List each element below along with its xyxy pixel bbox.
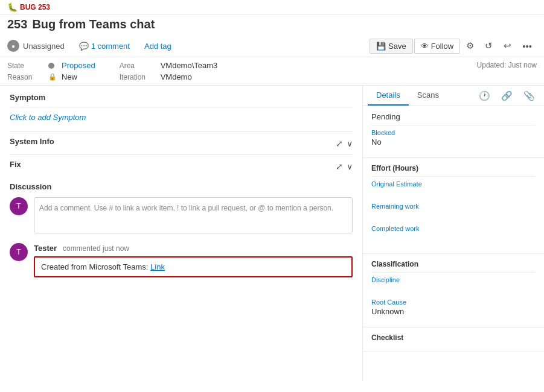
refresh-button[interactable]: ↺ <box>480 37 498 54</box>
undo-button[interactable]: ↩ <box>499 37 516 54</box>
checklist-section: Checklist <box>363 327 544 352</box>
root-cause-field: Root Cause Unknown <box>371 299 536 316</box>
comment-input[interactable]: Add a comment. Use # to link a work item… <box>34 197 353 233</box>
state-label: State <box>7 62 43 70</box>
discipline-value[interactable] <box>371 285 536 294</box>
commenter-avatar: T <box>10 243 28 261</box>
area-field-group: Area VMdemo\Team3 Iteration VMdemo <box>120 61 218 81</box>
left-panel: Symptom Click to add Symptom System Info… <box>0 86 363 381</box>
completed-work-label: Completed work <box>371 225 536 232</box>
system-info-icons: ⤢ ∨ <box>336 139 353 148</box>
work-item-id: 253 <box>7 17 27 31</box>
discussion-title: Discussion <box>10 182 353 191</box>
right-panel: Details Scans 🕐 🔗 📎 Pending Blocked No E… <box>363 86 544 381</box>
avatar: ● <box>7 40 19 52</box>
pending-label: Pending <box>371 112 536 121</box>
comment-text: Created from Microsoft Teams: <box>41 262 150 271</box>
symptom-placeholder[interactable]: Click to add Symptom <box>10 113 86 122</box>
fields-bar: State Proposed Reason 🔒 New Area VMdemo\… <box>0 57 544 86</box>
effort-title: Effort (Hours) <box>371 164 536 172</box>
symptom-section: Symptom Click to add Symptom <box>10 93 353 122</box>
updated-text: Updated: Just now <box>477 61 537 69</box>
system-info-section[interactable]: System Info ⤢ ∨ <box>10 131 353 154</box>
toolbar-right: 💾 Save 👁 Follow ⚙ ↺ ↩ ••• <box>370 37 537 54</box>
discussion-section: Discussion T Add a comment. Use # to lin… <box>10 182 353 277</box>
state-field-group: State Proposed Reason 🔒 New <box>7 61 95 81</box>
bug-label: 🐛 BUG 253 <box>7 2 50 12</box>
add-tag-link[interactable]: Add tag <box>144 42 171 51</box>
chevron-down-icon: ∨ <box>347 139 353 148</box>
bug-icon: 🐛 <box>7 2 18 12</box>
effort-section: Effort (Hours) Original Estimate Remaini… <box>363 158 544 254</box>
iteration-row: Iteration VMdemo <box>120 72 218 81</box>
area-label: Area <box>120 62 156 70</box>
checklist-title: Checklist <box>371 334 536 342</box>
save-icon: 💾 <box>376 42 386 51</box>
blocked-label: Blocked <box>371 129 536 136</box>
follow-icon: 👁 <box>421 42 429 51</box>
remaining-work-field: Remaining work <box>371 203 536 220</box>
main-layout: Symptom Click to add Symptom System Info… <box>0 86 544 381</box>
classification-title: Classification <box>371 260 536 268</box>
lock-icon: 🔒 <box>48 73 57 81</box>
title-bar: 253 Bug from Teams chat <box>0 15 544 35</box>
classification-section: Classification Discipline Root Cause Unk… <box>363 254 544 327</box>
save-button[interactable]: 💾 Save <box>370 39 413 54</box>
assignee[interactable]: ● Unassigned <box>7 40 65 52</box>
state-value[interactable]: Proposed <box>62 61 95 70</box>
iteration-value[interactable]: VMdemo <box>161 72 192 81</box>
chevron-down-icon: ∨ <box>347 162 353 171</box>
system-info-title: System Info <box>10 137 54 146</box>
reason-row: Reason 🔒 New <box>7 72 95 81</box>
history-icon[interactable]: 🕐 <box>475 88 494 104</box>
tab-scans[interactable]: Scans <box>409 86 447 106</box>
meta-bar: ● Unassigned 💬 1 comment Add tag 💾 Save … <box>0 35 544 57</box>
work-item-title: Bug from Teams chat <box>32 17 155 31</box>
root-cause-value[interactable]: Unknown <box>371 307 536 316</box>
assignee-label: Unassigned <box>23 42 65 51</box>
original-estimate-value[interactable] <box>371 189 536 198</box>
current-user-avatar: T <box>10 197 28 215</box>
reason-label: Reason <box>7 73 43 81</box>
area-value[interactable]: VMdemo\Team3 <box>161 61 218 70</box>
state-dot <box>48 63 54 69</box>
completed-work-field: Completed work <box>371 225 536 242</box>
teams-link[interactable]: Link <box>150 262 165 271</box>
expand-icon: ⤢ <box>336 139 343 148</box>
follow-button[interactable]: 👁 Follow <box>414 39 461 54</box>
reason-value: New <box>62 72 77 81</box>
expand-icon: ⤢ <box>336 162 343 171</box>
area-row: Area VMdemo\Team3 <box>120 61 218 70</box>
tab-details[interactable]: Details <box>368 86 409 106</box>
remaining-work-label: Remaining work <box>371 203 536 210</box>
root-cause-label: Root Cause <box>371 299 536 306</box>
settings-button[interactable]: ⚙ <box>461 37 479 54</box>
discipline-field: Discipline <box>371 276 536 294</box>
comment-input-area: T Add a comment. Use # to link a work it… <box>10 197 353 233</box>
tabs-bar: Details Scans 🕐 🔗 📎 <box>363 86 544 106</box>
comment-time: commented just now <box>63 244 129 253</box>
link-icon[interactable]: 🔗 <box>497 88 517 104</box>
comment-author: Tester <box>34 244 57 253</box>
remaining-work-value[interactable] <box>371 211 536 220</box>
symptom-title: Symptom <box>10 93 353 102</box>
completed-work-value[interactable] <box>371 233 536 242</box>
fix-section[interactable]: Fix ⤢ ∨ <box>10 154 353 177</box>
bug-label-bar: 🐛 BUG 253 <box>0 0 544 15</box>
original-estimate-field: Original Estimate <box>371 180 536 198</box>
iteration-label: Iteration <box>120 73 156 81</box>
state-row: State Proposed <box>7 61 95 70</box>
fix-icons: ⤢ ∨ <box>336 162 353 171</box>
comment-icon: 💬 <box>79 42 89 51</box>
original-estimate-label: Original Estimate <box>371 180 536 188</box>
pending-section: Pending Blocked No <box>363 106 544 158</box>
comment-content: Tester commented just now Created from M… <box>34 243 353 277</box>
attachment-icon[interactable]: 📎 <box>519 88 539 104</box>
discipline-label: Discipline <box>371 276 536 283</box>
tab-icons: 🕐 🔗 📎 <box>475 88 539 104</box>
fix-title: Fix <box>10 160 21 169</box>
more-options-button[interactable]: ••• <box>517 38 537 54</box>
comment-entry: T Tester commented just now Created from… <box>10 243 353 277</box>
comment-link[interactable]: 💬 1 comment <box>79 42 130 51</box>
blocked-field: Blocked No <box>371 129 536 147</box>
